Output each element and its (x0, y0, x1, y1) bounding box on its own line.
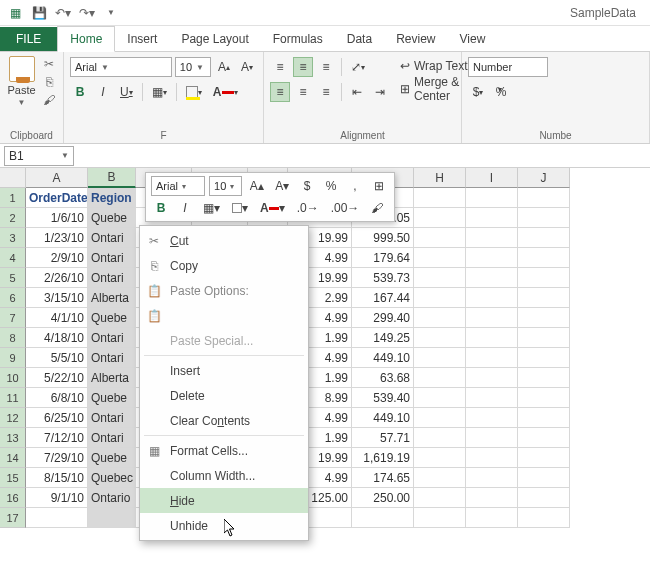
tab-data[interactable]: Data (335, 27, 384, 51)
cell[interactable] (466, 328, 518, 348)
menu-hide[interactable]: Hide (140, 488, 308, 513)
cell[interactable]: 2/26/10 (26, 268, 88, 288)
menu-column-width[interactable]: Column Width... (140, 463, 308, 488)
mini-fill-color-icon[interactable]: ▾ (228, 198, 252, 218)
cell[interactable] (466, 348, 518, 368)
cell[interactable] (466, 188, 518, 208)
menu-format-cells[interactable]: ▦Format Cells... (140, 438, 308, 463)
col-header-B[interactable]: B (88, 168, 136, 188)
cell[interactable]: 3/15/10 (26, 288, 88, 308)
mini-increase-font-icon[interactable]: A▴ (246, 176, 267, 196)
bold-button[interactable]: B (70, 82, 90, 102)
cell[interactable] (518, 268, 570, 288)
align-top-icon[interactable]: ≡ (270, 57, 290, 77)
cell[interactable] (518, 288, 570, 308)
cell[interactable] (466, 408, 518, 428)
row-header[interactable]: 17 (0, 508, 26, 528)
mini-inc-decimal-icon[interactable]: .0→ (293, 198, 323, 218)
cell[interactable] (26, 508, 88, 528)
cell[interactable] (414, 288, 466, 308)
borders-button[interactable]: ▦▾ (148, 82, 171, 102)
row-header[interactable]: 8 (0, 328, 26, 348)
cell[interactable] (414, 488, 466, 508)
cell[interactable] (88, 508, 136, 528)
cell[interactable]: Ontario (88, 488, 136, 508)
cell[interactable] (414, 468, 466, 488)
cell[interactable]: 63.68 (352, 368, 414, 388)
cell[interactable]: 7/29/10 (26, 448, 88, 468)
cell[interactable]: Alberta (88, 288, 136, 308)
mini-borders-icon[interactable]: ▦▾ (199, 198, 224, 218)
font-size-combo[interactable]: 10▼ (175, 57, 211, 77)
cell[interactable]: 449.10 (352, 408, 414, 428)
row-header[interactable]: 2 (0, 208, 26, 228)
cell[interactable]: 6/25/10 (26, 408, 88, 428)
cell[interactable] (466, 428, 518, 448)
tab-formulas[interactable]: Formulas (261, 27, 335, 51)
tab-review[interactable]: Review (384, 27, 447, 51)
cell[interactable]: Quebe (88, 308, 136, 328)
cell[interactable]: 149.25 (352, 328, 414, 348)
cell[interactable]: Alberta (88, 368, 136, 388)
col-header-I[interactable]: I (466, 168, 518, 188)
mini-font-combo[interactable]: Arial▾ (151, 176, 205, 196)
cell[interactable] (518, 508, 570, 528)
spreadsheet-grid[interactable]: A B C D E F G H I J 1OrderDateRegionnits… (0, 168, 650, 528)
align-center-icon[interactable]: ≡ (293, 82, 313, 102)
cell[interactable]: 4/18/10 (26, 328, 88, 348)
cell[interactable] (414, 348, 466, 368)
cell[interactable]: 57.71 (352, 428, 414, 448)
cell[interactable]: OrderDate (26, 188, 88, 208)
cell[interactable] (466, 268, 518, 288)
cell[interactable] (518, 328, 570, 348)
cell[interactable] (518, 248, 570, 268)
fill-color-button[interactable]: ▾ (182, 82, 206, 102)
cell[interactable] (414, 368, 466, 388)
row-header[interactable]: 7 (0, 308, 26, 328)
select-all-corner[interactable] (0, 168, 26, 188)
row-header[interactable]: 14 (0, 448, 26, 468)
cell[interactable] (466, 488, 518, 508)
italic-button[interactable]: I (93, 82, 113, 102)
menu-insert[interactable]: Insert (140, 358, 308, 383)
cell[interactable]: 1,619.19 (352, 448, 414, 468)
paste-button[interactable]: Paste ▼ (6, 56, 37, 107)
mini-format-painter-icon[interactable]: 🖌 (367, 198, 387, 218)
cell[interactable]: 7/12/10 (26, 428, 88, 448)
cell[interactable]: 1/23/10 (26, 228, 88, 248)
cell[interactable] (518, 208, 570, 228)
cell[interactable]: Ontari (88, 228, 136, 248)
font-color-button[interactable]: A▾ (209, 82, 243, 102)
cell[interactable]: 5/5/10 (26, 348, 88, 368)
cell[interactable]: Quebe (88, 388, 136, 408)
cell[interactable]: 5/22/10 (26, 368, 88, 388)
align-bottom-icon[interactable]: ≡ (316, 57, 336, 77)
menu-copy[interactable]: ⎘Copy (140, 253, 308, 278)
cell[interactable]: Region (88, 188, 136, 208)
cell[interactable]: 250.00 (352, 488, 414, 508)
cell[interactable] (414, 388, 466, 408)
align-middle-icon[interactable]: ≡ (293, 57, 313, 77)
cell[interactable] (352, 508, 414, 528)
tab-file[interactable]: FILE (0, 27, 57, 51)
mini-size-combo[interactable]: 10▾ (209, 176, 242, 196)
cell[interactable]: Quebe (88, 208, 136, 228)
mini-table-icon[interactable]: ⊞ (369, 176, 389, 196)
cell[interactable] (414, 328, 466, 348)
cell[interactable]: Ontari (88, 268, 136, 288)
align-left-icon[interactable]: ≡ (270, 82, 290, 102)
cut-icon[interactable]: ✂ (41, 56, 57, 72)
number-format-combo[interactable]: Number (468, 57, 548, 77)
cell[interactable] (518, 428, 570, 448)
align-right-icon[interactable]: ≡ (316, 82, 336, 102)
cell[interactable] (518, 388, 570, 408)
cell[interactable]: Ontari (88, 348, 136, 368)
cell[interactable] (466, 448, 518, 468)
mini-comma-icon[interactable]: , (345, 176, 365, 196)
row-header[interactable]: 4 (0, 248, 26, 268)
row-header[interactable]: 11 (0, 388, 26, 408)
cell[interactable] (518, 368, 570, 388)
format-painter-icon[interactable]: 🖌 (41, 92, 57, 108)
cell[interactable] (466, 288, 518, 308)
cell[interactable] (414, 408, 466, 428)
